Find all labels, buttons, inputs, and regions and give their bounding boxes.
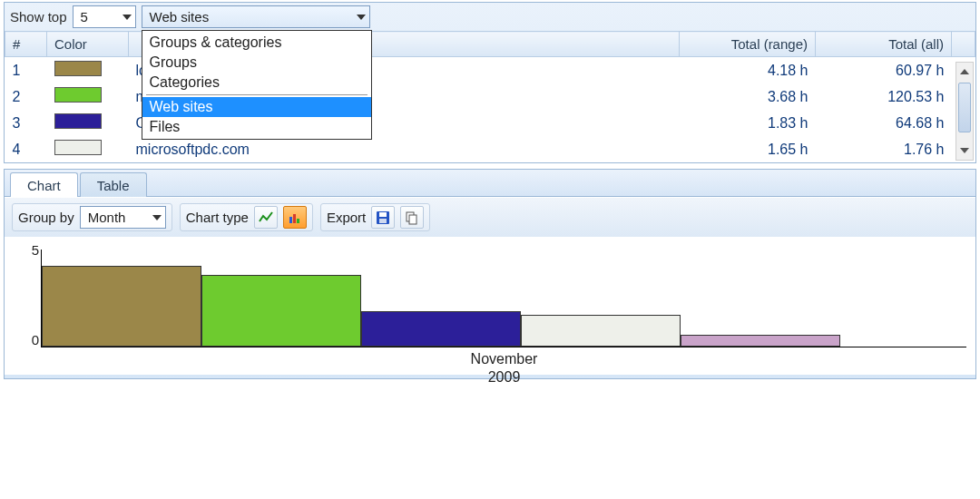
col-color[interactable]: Color <box>47 32 129 57</box>
dropdown-option[interactable]: Groups <box>142 53 371 73</box>
cell-color <box>47 83 129 110</box>
tab-chart[interactable]: Chart <box>10 172 78 197</box>
category-dropdown-popup: Groups & categoriesGroupsCategoriesWeb s… <box>142 30 372 140</box>
dropdown-separator <box>146 94 368 95</box>
dropdown-option[interactable]: Files <box>142 117 371 137</box>
chart-bar <box>42 266 201 347</box>
line-chart-icon <box>259 210 273 225</box>
tab-table[interactable]: Table <box>80 172 147 197</box>
lower-panel: Chart Table Group by Month Chart type <box>4 169 976 379</box>
scroll-up-button[interactable] <box>956 63 973 81</box>
chart-bar <box>521 315 681 347</box>
chart-type-line-button[interactable] <box>254 206 278 229</box>
triangle-up-icon <box>960 69 969 74</box>
cell-color <box>47 136 129 162</box>
group-by-combo[interactable]: Month <box>80 206 166 229</box>
dropdown-option[interactable]: Groups & categories <box>142 33 371 53</box>
scroll-track[interactable] <box>956 134 973 142</box>
filter-toolbar: Show top 5 Web sites Groups & categories… <box>5 3 975 31</box>
bar-chart-icon <box>288 210 302 225</box>
table-scrollbar[interactable] <box>956 62 974 161</box>
dropdown-option[interactable]: Web sites <box>142 97 371 117</box>
category-combo-value: Web sites <box>150 9 210 24</box>
chevron-down-icon <box>152 215 162 220</box>
cell-num: 4 <box>5 136 47 162</box>
group-by-value: Month <box>88 210 126 225</box>
x-axis-label: November 2009 <box>42 350 966 386</box>
col-all[interactable]: Total (all) <box>816 32 952 57</box>
bars-container <box>42 250 966 347</box>
top-count-combo[interactable]: 5 <box>73 5 136 28</box>
chart-type-bar-button[interactable] <box>283 206 307 229</box>
y-tick-min: 0 <box>14 332 39 347</box>
cell-all: 64.68 h <box>816 110 952 136</box>
color-swatch <box>54 140 102 155</box>
svg-rect-5 <box>379 219 387 223</box>
chart-bar <box>681 335 840 347</box>
export-copy-button[interactable] <box>400 206 424 229</box>
table-row[interactable]: 4microsoftpdc.com1.65 h1.76 h <box>5 136 975 162</box>
cell-all: 120.53 h <box>816 83 952 110</box>
cell-range: 4.18 h <box>680 57 816 84</box>
chart-area: 5 0 November 2009 <box>5 237 975 375</box>
cell-num: 2 <box>5 83 47 110</box>
export-save-button[interactable] <box>371 206 395 229</box>
y-tick-max: 5 <box>14 242 39 258</box>
copy-icon <box>405 210 419 225</box>
color-swatch <box>54 61 102 76</box>
cell-range: 1.83 h <box>680 110 816 136</box>
y-axis: 5 0 <box>14 242 39 347</box>
chevron-down-icon <box>122 15 132 20</box>
scroll-thumb[interactable] <box>958 83 971 132</box>
cell-num: 3 <box>5 110 47 136</box>
chart-type-label: Chart type <box>186 210 249 225</box>
cell-range: 3.68 h <box>680 83 816 110</box>
top-panel: Show top 5 Web sites Groups & categories… <box>4 2 976 163</box>
chart-plot: 5 0 November 2009 <box>41 242 966 369</box>
top-count-value: 5 <box>81 9 88 24</box>
color-swatch <box>54 87 102 103</box>
cell-color <box>47 110 129 136</box>
svg-rect-2 <box>297 219 299 223</box>
floppy-disk-icon <box>376 210 390 225</box>
dropdown-option[interactable]: Categories <box>142 73 371 93</box>
export-group: Export <box>320 203 430 231</box>
scroll-down-button[interactable] <box>956 142 973 160</box>
cell-num: 1 <box>5 57 47 84</box>
cell-range: 1.65 h <box>680 136 816 162</box>
svg-rect-1 <box>293 214 296 223</box>
chart-bar <box>361 311 521 347</box>
chevron-down-icon <box>357 15 366 20</box>
plot-inner: November 2009 <box>41 250 966 347</box>
show-top-label: Show top <box>10 9 67 24</box>
svg-rect-7 <box>409 215 416 224</box>
chart-type-group: Chart type <box>180 203 313 231</box>
tabstrip: Chart Table <box>5 171 975 197</box>
export-label: Export <box>327 210 366 225</box>
col-range[interactable]: Total (range) <box>680 32 816 57</box>
cell-color <box>47 57 129 84</box>
col-num[interactable]: # <box>5 32 47 57</box>
chart-toolbar: Group by Month Chart type Export <box>5 197 975 237</box>
chart-bar <box>201 275 361 347</box>
group-by-group: Group by Month <box>12 203 172 231</box>
cell-name: microsoftpdc.com <box>129 136 680 162</box>
cell-all: 60.97 h <box>816 57 952 84</box>
x-axis-label-line2: 2009 <box>488 369 521 385</box>
triangle-down-icon <box>960 148 969 153</box>
svg-rect-4 <box>379 212 387 217</box>
cell-all: 1.76 h <box>816 136 952 162</box>
x-axis-label-line1: November <box>471 351 538 367</box>
category-combo[interactable]: Web sites Groups & categoriesGroupsCateg… <box>142 5 370 28</box>
group-by-label: Group by <box>18 210 74 225</box>
svg-rect-0 <box>289 217 292 223</box>
col-scroll-gap <box>952 32 975 57</box>
color-swatch <box>54 113 102 129</box>
